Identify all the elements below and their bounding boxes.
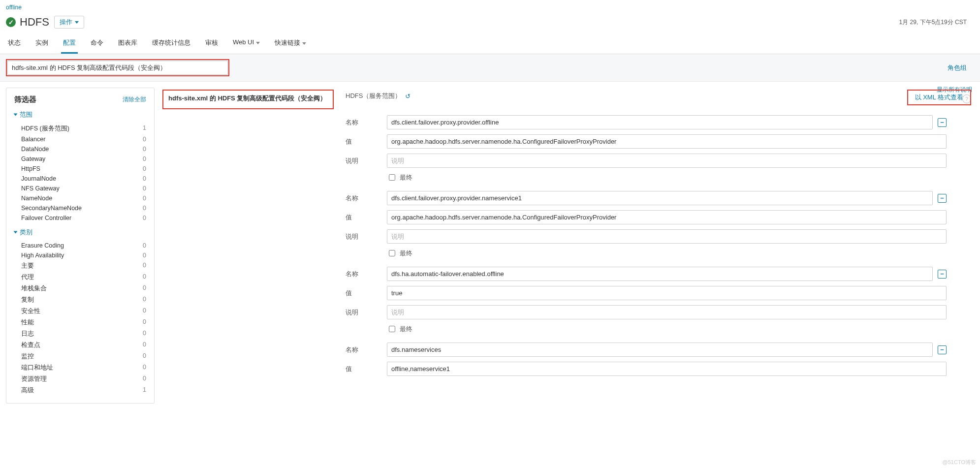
filter-item[interactable]: 代理0 (14, 272, 146, 283)
caret-down-icon (75, 21, 79, 24)
tab-1[interactable]: 实例 (33, 33, 50, 54)
filter-item-label: JournalNode (21, 175, 56, 182)
field-label-final: 最终 (400, 173, 412, 182)
tab-8[interactable]: 快速链接 (273, 33, 308, 54)
filter-item-count: 1 (143, 386, 146, 395)
role-group-link[interactable]: 角色组 (948, 63, 974, 72)
filter-item-label: 性能 (21, 318, 34, 327)
filter-item-count: 0 (143, 262, 146, 270)
filter-item[interactable]: 检查点0 (14, 340, 146, 351)
tab-3[interactable]: 命令 (89, 33, 105, 54)
filter-item[interactable]: NameNode0 (14, 193, 146, 203)
field-label-value: 值 (346, 365, 387, 374)
filter-group-toggle[interactable]: 类别 (14, 228, 146, 237)
filter-item-label: High Availability (21, 252, 64, 259)
property-final-checkbox[interactable] (389, 174, 395, 181)
filter-item[interactable]: 日志0 (14, 328, 146, 340)
view-as-xml-link[interactable]: 以 XML 格式查看 (915, 94, 963, 101)
filter-item[interactable]: 主要0 (14, 260, 146, 272)
property-desc-input[interactable] (387, 154, 947, 168)
filter-item[interactable]: HDFS (服务范围)1 (14, 123, 146, 134)
filter-item[interactable]: 复制0 (14, 294, 146, 306)
field-label-desc: 说明 (346, 308, 387, 317)
search-toolbar: 角色组 (0, 54, 980, 82)
filter-item-count: 0 (143, 215, 146, 221)
tab-7[interactable]: Web UI (231, 33, 262, 54)
filter-item[interactable]: SecondaryNameNode0 (14, 203, 146, 213)
tab-5[interactable]: 缓存统计信息 (150, 33, 192, 54)
property-value-input[interactable] (387, 362, 947, 376)
breadcrumb-link[interactable]: offline (6, 4, 22, 11)
filter-item-count: 0 (143, 284, 146, 293)
operations-dropdown[interactable]: 操作 (54, 16, 84, 29)
property-value-input[interactable] (387, 286, 947, 300)
filter-item[interactable]: Balancer0 (14, 134, 146, 144)
property-value-input[interactable] (387, 210, 947, 224)
filter-item-count: 0 (143, 205, 146, 212)
filter-item-label: 代理 (21, 273, 34, 281)
filter-title: 筛选器 (14, 95, 36, 104)
filter-item[interactable]: 堆栈集合0 (14, 283, 146, 294)
remove-property-icon[interactable]: − (938, 194, 947, 203)
property-block: 名称−值说明最终 (346, 267, 947, 334)
field-label-value: 值 (346, 213, 387, 222)
filter-item[interactable]: 安全性0 (14, 306, 146, 317)
filter-item-label: Balancer (21, 136, 45, 143)
filter-item[interactable]: JournalNode0 (14, 174, 146, 184)
property-name-input[interactable] (387, 115, 933, 129)
tab-bar: 状态实例配置命令图表库缓存统计信息审核Web UI快速链接 (0, 33, 980, 54)
config-search-input[interactable] (7, 61, 228, 75)
tab-4[interactable]: 图表库 (116, 33, 139, 54)
filter-item-label: 复制 (21, 296, 34, 304)
remove-property-icon[interactable]: − (938, 270, 947, 279)
undo-icon[interactable]: ↻ (405, 93, 411, 100)
property-final-checkbox[interactable] (389, 326, 395, 332)
field-label-name: 名称 (346, 345, 387, 354)
filter-item[interactable]: 性能0 (14, 317, 146, 328)
filter-item[interactable]: 资源管理0 (14, 374, 146, 385)
filter-item[interactable]: NFS Gateway0 (14, 184, 146, 193)
filter-item-count: 1 (143, 125, 146, 133)
filter-item-label: 堆栈集合 (21, 284, 47, 293)
filter-item-count: 0 (143, 195, 146, 202)
filter-item[interactable]: Gateway0 (14, 154, 146, 164)
filter-item[interactable]: 端口和地址0 (14, 362, 146, 374)
filter-item[interactable]: 高级1 (14, 385, 146, 396)
filter-item[interactable]: DataNode0 (14, 144, 146, 154)
filter-item-label: DataNode (21, 146, 49, 153)
filter-item-count: 0 (143, 341, 146, 349)
config-main: 显示所有说明 ? hdfs-site.xml 的 HDFS 复制高级配置代码段（… (161, 88, 974, 383)
tab-0[interactable]: 状态 (6, 33, 23, 54)
property-final-checkbox[interactable] (389, 250, 395, 256)
property-value-input[interactable] (387, 134, 947, 149)
filter-item-count: 0 (143, 307, 146, 315)
tab-2[interactable]: 配置 (61, 33, 78, 54)
timestamp: 1月 29, 下午5点19分 CST (899, 18, 974, 27)
property-name-input[interactable] (387, 267, 933, 281)
property-name-input[interactable] (387, 343, 933, 357)
clear-all-link[interactable]: 清除全部 (123, 95, 146, 104)
filter-item[interactable]: 监控0 (14, 351, 146, 362)
property-name-input[interactable] (387, 191, 933, 205)
property-desc-input[interactable] (387, 305, 947, 319)
remove-property-icon[interactable]: − (938, 118, 947, 127)
filter-item-label: 检查点 (21, 341, 40, 349)
filter-item[interactable]: High Availability0 (14, 250, 146, 260)
tab-6[interactable]: 审核 (203, 33, 220, 54)
filter-group-toggle[interactable]: 范围 (14, 110, 146, 119)
remove-property-icon[interactable]: − (938, 345, 947, 354)
filter-item-label: SecondaryNameNode (21, 205, 82, 212)
page-title: HDFS (20, 16, 49, 29)
filter-item[interactable]: Erasure Coding0 (14, 241, 146, 250)
filter-item-count: 0 (143, 165, 146, 172)
filter-item-count: 0 (143, 136, 146, 143)
filter-item-count: 0 (143, 375, 146, 383)
filter-item-label: 安全性 (21, 307, 40, 315)
filter-item[interactable]: Failover Controller0 (14, 213, 146, 223)
filter-item[interactable]: HttpFS0 (14, 164, 146, 174)
property-desc-input[interactable] (387, 229, 947, 244)
field-label-name: 名称 (346, 118, 387, 127)
filter-item-count: 0 (143, 185, 146, 192)
caret-down-icon (256, 42, 260, 44)
filter-item-label: NFS Gateway (21, 185, 60, 192)
